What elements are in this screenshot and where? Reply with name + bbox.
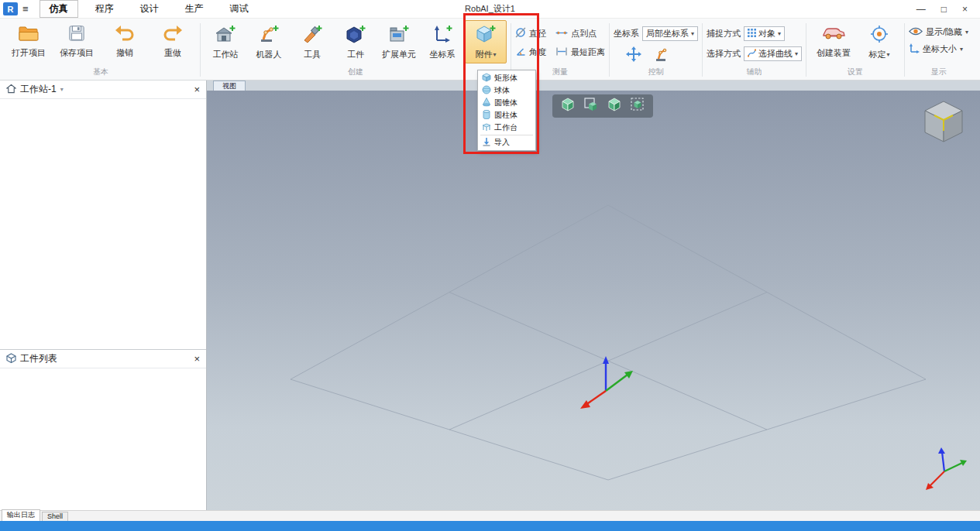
menu-item-label: 工作台	[494, 122, 518, 133]
snap-mode-row: 捕捉方式 对象 ▾	[707, 26, 802, 41]
ribbon-group-create: 工作站 机器人 工具 工件 扩展单元 坐标系	[202, 20, 509, 80]
ground-grid	[291, 205, 926, 480]
create-device-button[interactable]: 创建装置	[810, 20, 857, 63]
diameter-button[interactable]: 直径	[515, 27, 546, 39]
ribbon-group-control: 坐标系 局部坐标系 ▾ 控制	[611, 20, 700, 80]
select-mode-select[interactable]: 选择曲线 ▾	[744, 46, 802, 61]
menu-icon[interactable]: ≡	[22, 3, 29, 15]
robot-button[interactable]: 机器人	[248, 20, 290, 63]
menu-item-import[interactable]: 导入	[478, 136, 535, 149]
angle-icon	[515, 46, 526, 58]
cube-copy-icon[interactable]	[584, 98, 598, 115]
workstation-panel: 工作站-1 ▾ ×	[0, 81, 206, 349]
jog-robot-button[interactable]	[654, 46, 669, 65]
move-control-button[interactable]	[626, 46, 641, 65]
tab-production[interactable]: 生产	[176, 1, 213, 17]
undo-label: 撤销	[116, 47, 133, 59]
workpiece-panel-close-icon[interactable]: ×	[194, 353, 200, 365]
attachment-label: 附件	[475, 49, 492, 60]
curve-icon	[748, 49, 756, 59]
extension-unit-button[interactable]: 扩展单元	[378, 20, 420, 63]
attachment-icon	[476, 25, 496, 46]
import-icon	[482, 137, 491, 148]
robot-label: 机器人	[256, 49, 282, 60]
titlebar: R ≡ 仿真 程序 设计 生产 调试 RobAI_设计1 — □ ×	[0, 0, 980, 19]
cube-solid-icon[interactable]	[561, 98, 575, 115]
axis-size-button[interactable]: 坐标大小 ▾	[909, 43, 968, 55]
minimize-icon[interactable]: —	[916, 4, 926, 15]
home-icon	[6, 84, 16, 96]
undo-button[interactable]: 撤销	[101, 20, 148, 63]
diameter-label: 直径	[529, 28, 546, 39]
package-icon	[6, 353, 16, 365]
cube-dashed-icon[interactable]	[631, 98, 645, 115]
output-log-tab[interactable]: 输出日志	[2, 509, 40, 521]
menu-item-label: 圆柱体	[494, 110, 518, 121]
open-project-label: 打开项目	[12, 47, 46, 59]
group-name-create: 创建	[205, 67, 507, 80]
workstation-panel-close-icon[interactable]: ×	[194, 84, 200, 95]
coordsys-button[interactable]: 坐标系	[421, 20, 463, 63]
menu-item-cone[interactable]: 圆锥体	[478, 97, 535, 109]
shortest-distance-label: 最短距离	[571, 46, 605, 58]
coordsys-icon	[432, 25, 452, 46]
attachment-dropdown-icon[interactable]: ▾	[493, 52, 496, 58]
tab-simulation[interactable]: 仿真	[40, 0, 78, 18]
chevron-down-icon[interactable]: ▾	[60, 86, 64, 93]
3d-canvas[interactable]	[207, 91, 980, 510]
control-coordsys-select[interactable]: 局部坐标系 ▾	[642, 26, 698, 41]
control-coordsys-label: 坐标系	[614, 28, 639, 39]
scene-graphics	[207, 91, 980, 510]
menu-item-box[interactable]: 矩形体	[478, 72, 535, 84]
attachment-dropdown-menu: 矩形体 球体 圆锥体 圆柱体 工作台 导入	[477, 70, 536, 151]
cube-green-icon[interactable]	[607, 98, 621, 115]
redo-button[interactable]: 重做	[150, 20, 196, 63]
workpiece-panel: 工件列表 ×	[0, 349, 206, 510]
shortest-distance-button[interactable]: 最短距离	[555, 46, 605, 58]
sidebar: 工作站-1 ▾ × 工件列表 ×	[0, 81, 207, 510]
select-mode-label: 选择方式	[707, 48, 741, 60]
group-name-display: 显示	[909, 67, 968, 80]
show-hide-button[interactable]: 显示/隐藏 ▾	[909, 26, 968, 38]
save-project-button[interactable]: 保存项目	[53, 20, 100, 63]
open-project-button[interactable]: 打开项目	[5, 20, 52, 63]
sphere-icon	[482, 85, 491, 96]
attachment-button[interactable]: 附件▾	[465, 20, 507, 63]
snap-mode-select[interactable]: 对象 ▾	[744, 26, 785, 41]
maximize-icon[interactable]: □	[941, 4, 947, 15]
workstation-tree[interactable]	[0, 99, 206, 349]
axis-size-label: 坐标大小	[923, 43, 957, 55]
tab-program[interactable]: 程序	[86, 1, 123, 17]
tab-design[interactable]: 设计	[131, 1, 168, 17]
tool-button[interactable]: 工具	[291, 20, 333, 63]
workpiece-panel-title: 工件列表	[20, 352, 57, 365]
app-logo[interactable]: R	[3, 2, 18, 15]
redo-label: 重做	[164, 47, 181, 59]
shell-tab[interactable]: Shell	[42, 512, 68, 521]
menu-item-sphere[interactable]: 球体	[478, 84, 535, 97]
view-tab[interactable]: 视图	[213, 81, 246, 91]
ribbon-separator	[609, 23, 610, 77]
select-mode-row: 选择方式 选择曲线 ▾	[707, 46, 802, 61]
ribbon-group-display: 显示/隐藏 ▾ 坐标大小 ▾ 显示	[906, 20, 971, 80]
view-cube[interactable]	[920, 92, 968, 151]
chevron-down-icon: ▾	[960, 46, 963, 53]
workstation-button[interactable]: 工作站	[205, 20, 246, 63]
ribbon-separator	[702, 23, 703, 77]
menu-item-cylinder[interactable]: 圆柱体	[478, 109, 535, 122]
tab-debug[interactable]: 调试	[221, 1, 258, 17]
control-coordsys-value: 局部坐标系	[646, 28, 689, 39]
document-title: RobAI_设计1	[465, 3, 515, 15]
workbench-icon	[482, 122, 491, 133]
point-to-point-button[interactable]: 点到点	[555, 27, 605, 39]
diameter-icon	[515, 27, 526, 39]
eye-icon	[909, 27, 923, 37]
menu-item-workbench[interactable]: 工作台	[478, 122, 535, 134]
workpiece-button[interactable]: 工件	[335, 20, 377, 63]
workpiece-list[interactable]	[0, 368, 206, 510]
close-icon[interactable]: ×	[962, 4, 968, 15]
calibration-button[interactable]: 标定▾	[858, 20, 900, 63]
group-name-settings: 设置	[810, 67, 900, 80]
angle-button[interactable]: 角度	[515, 46, 546, 58]
menu-item-label: 导入	[494, 137, 510, 148]
